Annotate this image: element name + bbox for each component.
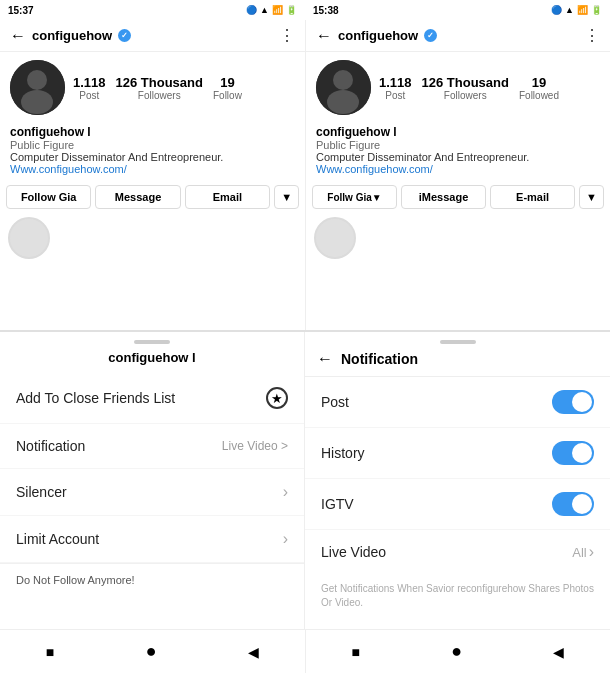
- svg-point-5: [327, 90, 359, 114]
- stat-posts-right: 1.118 Post: [379, 75, 412, 101]
- dropdown-button-right[interactable]: ▼: [579, 185, 604, 209]
- chevron-livevideo: ›: [589, 543, 594, 561]
- menu-icon-left[interactable]: ⋮: [279, 26, 295, 45]
- message-button-left[interactable]: Message: [95, 185, 180, 209]
- nav-back-left[interactable]: ◀: [248, 644, 259, 660]
- highlight-1-left[interactable]: [8, 217, 50, 259]
- notif-livevideo-item[interactable]: Live Video All ›: [305, 530, 610, 574]
- star-icon: ★: [266, 387, 288, 409]
- svg-point-4: [333, 70, 353, 90]
- notif-livevideo-label: Live Video: [321, 544, 386, 560]
- notif-post-label: Post: [321, 394, 349, 410]
- highlight-1-right[interactable]: [314, 217, 356, 259]
- username-right: configuehow: [338, 28, 418, 43]
- email-button-right[interactable]: E-mail: [490, 185, 575, 209]
- follow-button-left[interactable]: Follow Gia: [6, 185, 91, 209]
- nav-home-left[interactable]: ●: [146, 641, 157, 662]
- menu-item-text-limit: Limit Account: [16, 531, 99, 547]
- bio-name-right: configuehow l: [316, 125, 600, 139]
- bio-desc-left: Computer Disseminator And Entreopreneur.: [10, 151, 295, 163]
- do-not-follow-label: Do Not Follow Anymore!: [0, 563, 304, 596]
- follow-button-right[interactable]: Follw Gia▼: [312, 185, 397, 209]
- nav-back-right[interactable]: ◀: [553, 644, 564, 660]
- bio-url-right[interactable]: Www.configuehow.com/: [316, 163, 600, 175]
- bio-name-left: configuehow l: [10, 125, 295, 139]
- notif-igtv-item: IGTV: [305, 479, 610, 530]
- notification-item[interactable]: Notification Live Video >: [0, 424, 304, 469]
- close-friends-item[interactable]: Add To Close Friends List ★: [0, 373, 304, 424]
- bio-url-left[interactable]: Www.configuehow.com/: [10, 163, 295, 175]
- status-time-left: 15:37: [8, 5, 34, 16]
- message-button-right[interactable]: iMessage: [401, 185, 486, 209]
- notif-igtv-toggle[interactable]: [552, 492, 594, 516]
- nav-home-right[interactable]: ●: [451, 641, 462, 662]
- silencer-item[interactable]: Silencer ›: [0, 469, 304, 516]
- menu-item-text-friends: Add To Close Friends List: [16, 390, 175, 406]
- notif-post-item: Post: [305, 377, 610, 428]
- stat-followers-left: 126 Thousand Followers: [116, 75, 203, 101]
- dropdown-button-left[interactable]: ▼: [274, 185, 299, 209]
- svg-point-1: [27, 70, 47, 90]
- notification-sub: Live Video >: [222, 439, 288, 453]
- notif-igtv-label: IGTV: [321, 496, 354, 512]
- nav-stop-left[interactable]: ■: [46, 644, 54, 660]
- stat-following-right: 19 Followed: [519, 75, 559, 101]
- notif-post-toggle[interactable]: [552, 390, 594, 414]
- stat-posts-left: 1.118 Post: [73, 75, 106, 101]
- status-time-right: 15:38: [313, 5, 339, 16]
- livevideo-value: All: [572, 545, 586, 560]
- bio-desc-right: Computer Disseminator And Entreopreneur.: [316, 151, 600, 163]
- nav-stop-right[interactable]: ■: [352, 644, 360, 660]
- email-button-left[interactable]: Email: [185, 185, 270, 209]
- back-icon-left[interactable]: ←: [10, 27, 26, 45]
- status-icons-left: 🔵▲📶🔋: [246, 5, 297, 15]
- verified-badge-left: ✓: [118, 29, 131, 42]
- bio-category-left: Public Figure: [10, 139, 295, 151]
- sheet-username-left: configuehow l: [0, 348, 304, 373]
- limit-account-item[interactable]: Limit Account ›: [0, 516, 304, 563]
- menu-item-text-notification: Notification: [16, 438, 85, 454]
- sheet-handle-right: [305, 332, 610, 348]
- svg-point-2: [21, 90, 53, 114]
- bio-category-right: Public Figure: [316, 139, 600, 151]
- avatar-right: [316, 60, 371, 115]
- sheet-title-right: Notification: [341, 351, 598, 367]
- verified-badge-right: ✓: [424, 29, 437, 42]
- notif-history-item: History: [305, 428, 610, 479]
- stat-following-left: 19 Follow: [213, 75, 242, 101]
- menu-item-text-silencer: Silencer: [16, 484, 67, 500]
- notification-note: Get Notifications When Savior reconfigur…: [305, 574, 610, 618]
- back-icon-sheet-right[interactable]: ←: [317, 350, 333, 368]
- back-icon-right[interactable]: ←: [316, 27, 332, 45]
- stat-followers-right: 126 Thousand Followers: [422, 75, 509, 101]
- chevron-limit: ›: [283, 530, 288, 548]
- status-icons-right: 🔵▲📶🔋: [551, 5, 602, 15]
- sheet-handle-left: [0, 332, 304, 348]
- chevron-silencer: ›: [283, 483, 288, 501]
- notif-history-label: History: [321, 445, 365, 461]
- username-left: configuehow: [32, 28, 112, 43]
- notif-history-toggle[interactable]: [552, 441, 594, 465]
- avatar-left: [10, 60, 65, 115]
- menu-icon-right[interactable]: ⋮: [584, 26, 600, 45]
